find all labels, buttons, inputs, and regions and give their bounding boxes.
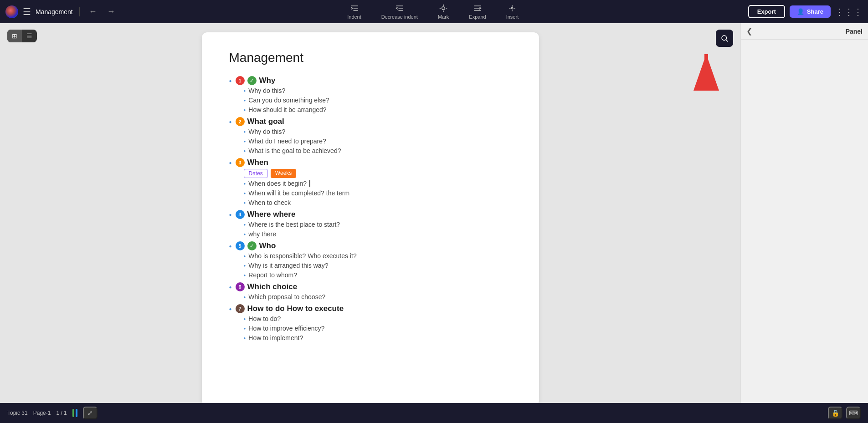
bottom-right: 🔒 ⌨	[828, 407, 861, 419]
item-bullet: ●	[229, 244, 232, 249]
sub-item: ●Why do this?	[244, 87, 512, 94]
item-bullet: ●	[229, 306, 232, 311]
page-info: 1 / 1	[56, 410, 67, 416]
app-title: Management	[36, 8, 73, 15]
mark-button[interactable]: Mark	[434, 2, 452, 21]
decrease-indent-icon	[395, 4, 404, 13]
content-area: Management ●1✓Why●Why do this?●Can you d…	[0, 23, 740, 403]
decrease-indent-button[interactable]: Decrease indent	[378, 2, 421, 21]
sub-item-text: Where is the best place to start?	[248, 221, 340, 228]
sub-item-text: How to implement?	[248, 334, 303, 341]
sub-item: ●When to check	[244, 199, 512, 206]
item-label: Where where	[247, 210, 296, 219]
sub-item: ●When does it begin?	[244, 180, 512, 187]
sub-item-text: Why do this?	[248, 128, 285, 135]
indent-button[interactable]: Indent	[344, 2, 365, 21]
share-button[interactable]: 👤 Share	[790, 5, 831, 18]
sub-item-text: Report to whom?	[248, 271, 297, 279]
sub-bullet: ●	[244, 149, 246, 153]
item-number-badge: 2	[236, 117, 245, 126]
sub-bullet: ●	[244, 130, 246, 134]
item-bullet: ●	[229, 119, 232, 124]
bottombar: Topic 31 Page-1 1 / 1 ⤢ 🔒 ⌨	[0, 403, 868, 423]
sub-item: ●Why do this?	[244, 128, 512, 135]
right-panel: ❮ Panel	[740, 23, 868, 403]
search-button[interactable]	[716, 30, 733, 47]
item-check-badge: ✓	[247, 76, 257, 85]
item-number-badge: 7	[236, 304, 245, 313]
view-toggle: ⊞ ☰	[7, 30, 37, 42]
topbar-center: Indent Decrease indent Mark Expand Inser…	[122, 2, 745, 21]
sub-item: ●What do I need to prepare?	[244, 138, 512, 145]
item-label: Why	[259, 76, 276, 85]
sub-bullet: ●	[244, 201, 246, 205]
item-number-badge: 6	[236, 282, 245, 291]
sub-bullet: ●	[244, 232, 246, 236]
sub-item: ●What is the goal to be achieved?	[244, 147, 512, 154]
sub-bullet: ●	[244, 89, 246, 93]
item-check-badge: ✓	[247, 241, 257, 250]
item-bullet: ●	[229, 78, 232, 83]
export-button[interactable]: Export	[748, 5, 785, 18]
item-label: What goal	[247, 117, 284, 126]
topbar-right: Export 👤 Share ⋮⋮⋮	[748, 5, 863, 18]
sub-bullet: ●	[244, 223, 246, 227]
panel-toggle-button[interactable]: ❮	[746, 27, 752, 36]
grid-view-button[interactable]: ⊞	[7, 30, 22, 42]
sub-bullet: ●	[244, 191, 246, 195]
fullscreen-button[interactable]: ⤢	[83, 407, 98, 419]
document-title: Management	[229, 51, 512, 65]
svg-line-20	[726, 40, 728, 41]
insert-button[interactable]: Insert	[503, 2, 523, 21]
sub-item-text: Which proposal to choose?	[248, 293, 325, 301]
sub-item-text: Why do this?	[248, 87, 285, 94]
sub-item-text: Why is it arranged this way?	[248, 262, 328, 269]
sub-bullet: ●	[244, 139, 246, 143]
insert-icon	[508, 4, 517, 13]
outline-item: ●2What goal●Why do this?●What do I need …	[229, 117, 512, 154]
outline-item: ●3WhenDatesWeeks●When does it begin?●Whe…	[229, 158, 512, 206]
apps-grid-icon[interactable]: ⋮⋮⋮	[835, 6, 863, 17]
lock-button[interactable]: 🔒	[828, 407, 842, 419]
topbar-left: ☰ Management ← →	[5, 5, 118, 18]
outline-item: ●6Which choice●Which proposal to choose?	[229, 282, 512, 301]
outline-item: ●1✓Why●Why do this?●Can you do something…	[229, 76, 512, 113]
item-label: Which choice	[247, 282, 298, 291]
sub-item: ●Can you do something else?	[244, 97, 512, 104]
item-number-badge: 1	[236, 76, 245, 85]
tag-dates[interactable]: Dates	[244, 169, 268, 178]
sub-item-text: How to improve efficiency?	[248, 325, 324, 332]
tag-weeks[interactable]: Weeks	[271, 169, 296, 178]
topic-count: Topic 31	[7, 410, 28, 416]
main-area: ⊞ ☰ Management ●1✓Why●Why do this?●Can y…	[0, 23, 868, 403]
keyboard-button[interactable]: ⌨	[846, 407, 861, 419]
redo-button[interactable]: →	[104, 5, 118, 18]
mark-icon	[439, 4, 448, 13]
sub-bullet: ●	[244, 295, 246, 299]
sub-bullet: ●	[244, 182, 246, 186]
bottom-left: Topic 31 Page-1 1 / 1 ⤢	[7, 407, 98, 419]
expand-button[interactable]: Expand	[465, 2, 489, 21]
outline-list: ●1✓Why●Why do this?●Can you do something…	[229, 76, 512, 341]
sub-item: ●When will it be completed? the term	[244, 189, 512, 197]
sub-item: ●How to do?	[244, 315, 512, 322]
topbar: ☰ Management ← → Indent Decrease indent …	[0, 0, 868, 23]
outline-item: ●4Where where●Where is the best place to…	[229, 210, 512, 238]
item-bullet: ●	[229, 285, 232, 290]
item-label: Who	[259, 241, 276, 250]
menu-icon[interactable]: ☰	[23, 6, 31, 17]
panel-title: Panel	[846, 28, 863, 35]
document: Management ●1✓Why●Why do this?●Can you d…	[202, 32, 539, 403]
sub-item-text: why there	[248, 230, 276, 238]
item-bullet: ●	[229, 160, 232, 165]
sub-bullet: ●	[244, 108, 246, 112]
sub-item-text: Can you do something else?	[248, 97, 329, 104]
sub-item-text: When will it be completed? the term	[248, 189, 349, 197]
svg-point-6	[442, 7, 445, 10]
undo-button[interactable]: ←	[86, 5, 100, 18]
list-view-button[interactable]: ☰	[22, 30, 37, 42]
sub-item-text: Who is responsible? Who executes it?	[248, 252, 356, 260]
item-number-badge: 4	[236, 210, 245, 219]
sub-item-text: How should it be arranged?	[248, 106, 326, 113]
item-number-badge: 3	[236, 158, 245, 167]
